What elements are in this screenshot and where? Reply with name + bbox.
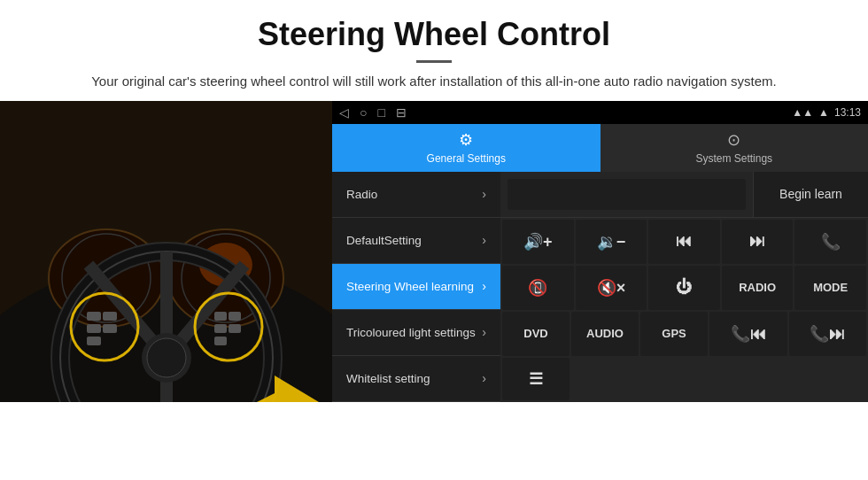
menu-item-default[interactable]: DefaultSetting › <box>332 218 500 264</box>
menu-tricoloured-label: Tricoloured light settings <box>346 326 482 339</box>
tab-general[interactable]: ⚙ General Settings <box>332 124 601 172</box>
android-ui: ◁ ○ □ ⊟ ▲▲ ▲ 13:13 ⚙ General Settings ⊙ … <box>332 101 868 402</box>
radio-button[interactable]: RADIO <box>722 266 794 310</box>
vol-down-icon: 🔉− <box>597 232 626 252</box>
header-section: Steering Wheel Control Your original car… <box>0 0 868 101</box>
subtitle-text: Your original car's steering wheel contr… <box>53 72 815 92</box>
phone-button[interactable]: 📞 <box>794 220 866 264</box>
gps-label: GPS <box>662 327 686 340</box>
tel-next-icon: 📞⏭ <box>810 324 845 344</box>
tab-general-label: General Settings <box>427 152 506 165</box>
svg-point-15 <box>147 338 186 377</box>
hang-up-icon: 📵 <box>528 278 547 298</box>
next-track-icon: ⏭ <box>749 232 765 251</box>
begin-learn-button[interactable]: Begin learn <box>753 172 868 217</box>
hang-up-button[interactable]: 📵 <box>502 266 574 310</box>
left-menu: Radio › DefaultSetting › Steering Wheel … <box>332 172 500 402</box>
nav-recent-icon[interactable]: □ <box>377 105 384 120</box>
dvd-label: DVD <box>523 327 547 340</box>
tel-next-button[interactable]: 📞⏭ <box>789 312 867 356</box>
signal-icon: ▲▲ <box>792 106 813 119</box>
menu-radio-label: Radio <box>346 188 482 201</box>
nav-extra-icon[interactable]: ⊟ <box>396 105 407 120</box>
prev-track-icon: ⏮ <box>676 232 692 251</box>
btn-row-4: ☰ <box>502 358 866 400</box>
svg-rect-27 <box>214 337 227 345</box>
tel-prev-icon: 📞⏮ <box>731 324 766 344</box>
title-divider <box>416 60 452 63</box>
mute-button[interactable]: 🔇× <box>576 266 647 310</box>
menu-item-tricoloured[interactable]: Tricoloured light settings › <box>332 310 500 356</box>
vol-up-button[interactable]: 🔊+ <box>502 220 574 264</box>
vol-up-icon: 🔊+ <box>523 232 553 252</box>
chevron-icon: › <box>482 325 486 339</box>
top-row: Begin learn <box>500 172 868 218</box>
menu-item-whitelist[interactable]: Whitelist setting › <box>332 356 500 402</box>
general-settings-icon: ⚙ <box>459 130 473 150</box>
chevron-icon: › <box>482 233 486 247</box>
radio-label: RADIO <box>739 281 776 294</box>
tab-system-label: System Settings <box>695 152 772 165</box>
mode-button[interactable]: MODE <box>794 266 866 310</box>
bottom-section: ◁ ○ □ ⊟ ▲▲ ▲ 13:13 ⚙ General Settings ⊙ … <box>0 101 868 402</box>
prev-track-button[interactable]: ⏮ <box>648 220 720 264</box>
phone-icon: 📞 <box>821 232 841 252</box>
status-indicators: ▲▲ ▲ 13:13 <box>792 106 861 119</box>
tab-bar: ⚙ General Settings ⊙ System Settings <box>332 124 868 172</box>
menu-item-steering[interactable]: Steering Wheel learning › <box>332 264 500 310</box>
key-input-box <box>508 179 746 210</box>
chevron-icon: › <box>482 371 486 385</box>
next-track-button[interactable]: ⏭ <box>722 220 794 264</box>
svg-rect-22 <box>87 337 101 345</box>
system-settings-icon: ⊙ <box>727 130 740 150</box>
btn-row-3: DVD AUDIO GPS 📞⏮ 📞⏭ <box>502 312 866 356</box>
btn-row-2: 📵 🔇× ⏻ RADIO MODE <box>502 266 866 310</box>
mute-icon: 🔇× <box>597 278 626 298</box>
tab-system[interactable]: ⊙ System Settings <box>601 124 869 172</box>
chevron-icon: › <box>482 279 486 293</box>
wifi-icon: ▲ <box>818 106 829 119</box>
audio-label: AUDIO <box>586 327 624 340</box>
audio-button[interactable]: AUDIO <box>571 312 639 356</box>
power-icon: ⏻ <box>676 278 692 297</box>
power-button[interactable]: ⏻ <box>648 266 720 310</box>
menu-steering-label: Steering Wheel learning <box>346 280 482 293</box>
svg-rect-21 <box>103 324 117 333</box>
content-area: Radio › DefaultSetting › Steering Wheel … <box>332 172 868 402</box>
nav-buttons: ◁ ○ □ ⊟ <box>339 105 407 120</box>
svg-rect-24 <box>229 312 241 321</box>
svg-rect-18 <box>87 312 101 321</box>
nav-back-icon[interactable]: ◁ <box>339 105 349 120</box>
svg-rect-26 <box>229 324 241 333</box>
page-title: Steering Wheel Control <box>53 16 815 53</box>
list-icon: ☰ <box>529 369 543 389</box>
svg-rect-20 <box>87 324 101 333</box>
svg-rect-23 <box>214 312 227 321</box>
list-icon-button[interactable]: ☰ <box>502 358 570 400</box>
svg-rect-19 <box>103 312 117 321</box>
status-bar: ◁ ○ □ ⊟ ▲▲ ▲ 13:13 <box>332 101 868 124</box>
gps-button[interactable]: GPS <box>640 312 708 356</box>
time-display: 13:13 <box>834 106 861 119</box>
steering-wheel-image <box>0 101 332 402</box>
chevron-icon: › <box>482 187 486 201</box>
menu-item-radio[interactable]: Radio › <box>332 172 500 218</box>
right-panel: Begin learn 🔊+ 🔉− ⏮ <box>500 172 868 402</box>
dvd-button[interactable]: DVD <box>502 312 570 356</box>
mode-label: MODE <box>813 281 848 294</box>
btn-row-1: 🔊+ 🔉− ⏮ ⏭ 📞 <box>502 220 866 264</box>
nav-home-icon[interactable]: ○ <box>360 105 367 120</box>
button-grid: 🔊+ 🔉− ⏮ ⏭ 📞 <box>500 218 868 402</box>
vol-down-button[interactable]: 🔉− <box>576 220 647 264</box>
menu-default-label: DefaultSetting <box>346 234 482 247</box>
menu-whitelist-label: Whitelist setting <box>346 372 482 385</box>
svg-rect-25 <box>214 324 227 333</box>
tel-prev-button[interactable]: 📞⏮ <box>709 312 787 356</box>
